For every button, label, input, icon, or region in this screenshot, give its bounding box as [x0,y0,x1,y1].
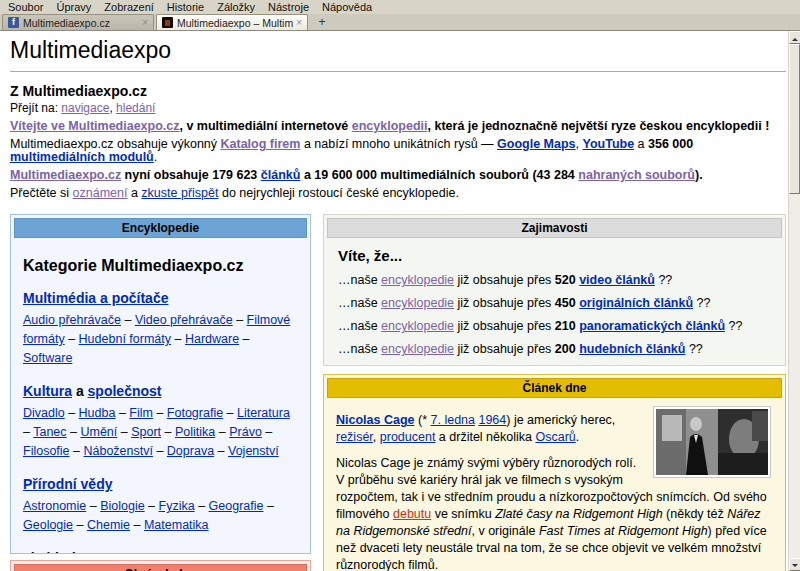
category-link[interactable]: Divadlo [23,406,65,420]
vertical-scrollbar[interactable] [788,31,800,571]
inline-link[interactable]: Multimédia a počítače [23,290,168,306]
menu-zobrazeni[interactable]: Zobrazení [99,1,162,13]
inline-link[interactable]: zkuste přispět [141,186,218,200]
more-facts-container: …další zajímavosti [338,365,771,366]
inline-link[interactable]: encyklopedie [381,319,454,333]
inline-link[interactable]: společnost [88,383,162,399]
category-link[interactable]: Film [129,406,153,420]
menu-soubor[interactable]: Soubor [3,1,51,13]
close-icon[interactable]: × [142,17,148,28]
inline-link[interactable]: originálních článků [579,296,693,310]
inline-link[interactable]: panoramatických článků [579,319,725,333]
inline-link[interactable]: multimediálních modulů [10,150,154,164]
inline-link[interactable]: režisér [336,430,373,444]
category-link[interactable]: Filosofie [23,444,70,458]
inline-link[interactable]: 7. ledna [431,413,475,427]
inline-link[interactable]: nahraných souborů [578,168,695,182]
jump-links: Přejít na: navigace, hledání [10,102,786,115]
inline-link[interactable]: encyklopedie [381,273,454,287]
category-link[interactable]: Fotografie [167,406,223,420]
inline-link[interactable]: YouTube [583,137,635,151]
scrollbar-thumb[interactable] [789,44,800,194]
tab-facebook[interactable]: f Multimediaexpo.cz × [2,14,154,30]
menu-nastroje[interactable]: Nástroje [263,1,317,13]
category-link[interactable]: Video přehrávače [135,313,233,327]
fact-original: …naše encyklopedie již obsahuje přes 450… [338,297,771,310]
inline-link[interactable]: Google Maps [497,137,575,151]
section-heading-jine-indexy: Jiné indexy [23,550,298,554]
more-facts-link[interactable]: …další zajímavosti [506,365,603,366]
scroll-down-arrow-icon[interactable] [789,558,800,571]
category-link[interactable]: Náboženství [83,444,152,458]
inline-link[interactable]: producent [380,430,436,444]
inline-link[interactable]: Multimediaexpo.cz [10,168,121,182]
category-link[interactable]: Fyzika [159,499,195,513]
category-link[interactable]: Geografie [209,499,264,513]
category-link[interactable]: Biologie [100,499,144,513]
category-link[interactable]: Právo [229,425,262,439]
article-of-day-body: Nicolas Cage (* 7. ledna 1964) je americ… [324,401,785,571]
nicolas-cage-photo-image [656,409,768,475]
new-tab-button[interactable]: + [312,15,332,30]
category-link[interactable]: Doprava [167,444,214,458]
tab-title: Multimediaexpo.cz [19,17,139,29]
inline-link[interactable]: Katalog firem [221,137,301,151]
inline-link[interactable]: 1964 [478,413,506,427]
menu-napoveda[interactable]: Nápověda [317,1,380,13]
category-link[interactable]: Audio přehrávače [23,313,121,327]
intro-line-stats: Multimediaexpo.cz nyní obsahuje 179 623 … [10,169,786,182]
zajimavosti-body: Víte, že... …naše encyklopedie již obsah… [324,247,785,366]
scroll-up-arrow-icon[interactable] [789,31,800,44]
inline-link[interactable]: oznámení [73,186,128,200]
left-column: Encyklopedie Kategorie Multimediaexpo.cz… [10,214,311,571]
menu-historie[interactable]: Historie [162,1,212,13]
inline-link[interactable]: debutu [393,507,431,521]
article-of-day-panel: Článek dne [323,374,786,571]
picture-of-day-header: Obrázek dne [14,564,307,571]
category-link[interactable]: Tanec [33,425,66,439]
intro: Vítejte ve Multimediaexpo.cz, v multimed… [10,120,786,200]
nicolas-cage-photo[interactable] [653,406,771,478]
tab-multimediaexpo[interactable]: Multimediaexpo – Multimediaexpo.cz × [156,14,308,30]
close-icon[interactable]: × [296,17,302,28]
inline-link[interactable]: Přírodní vědy [23,476,112,492]
inline-link[interactable]: hledání [116,101,155,115]
page-content: Multimediaexpo Z Multimediaexpo.cz Přejí… [0,31,788,571]
zajimavosti-panel: Zajimavosti Víte, že... …naše encykloped… [323,214,786,366]
encyclopedia-body: Kategorie Multimediaexpo.cz Multimédia a… [11,241,310,554]
inline-link[interactable]: navigace [61,101,109,115]
inline-link[interactable]: hudebních článků [579,342,685,356]
category-link[interactable]: Chemie [87,518,130,532]
menu-upravy[interactable]: Úpravy [51,1,99,13]
section-links-prirodni-vedy: Astronomie – Biologie – Fyzika – Geograf… [23,497,298,535]
inline-link[interactable]: článků [261,168,301,182]
intro-line-features: Multimediaexpo.cz obsahuje výkonný Katal… [10,138,786,164]
zajimavosti-panel-header: Zajimavosti [327,218,782,238]
category-link[interactable]: Hudba [79,406,116,420]
picture-of-day-panel: Obrázek dne [10,560,311,571]
inline-link[interactable]: encyklopedie [381,342,454,356]
page-title: Multimediaexpo [10,37,786,72]
inline-link[interactable]: Kultura [23,383,72,399]
category-link[interactable]: Geologie [23,518,73,532]
menu-bar: Soubor Úpravy Zobrazení Historie Záložky… [0,0,800,14]
category-link[interactable]: Sport [131,425,161,439]
inline-link[interactable]: Oscarů [535,430,575,444]
inline-link[interactable]: Vítejte ve Multimediaexpo.cz [10,119,180,133]
right-column: Zajimavosti Víte, že... …naše encykloped… [323,214,786,571]
category-link[interactable]: Politika [175,425,215,439]
category-link[interactable]: Literatura [237,406,290,420]
inline-link[interactable]: Nicolas Cage [336,413,415,427]
category-link[interactable]: Hardware [185,332,239,346]
inline-link[interactable]: encyklopedie [381,296,454,310]
category-link[interactable]: Hudební formáty [79,332,171,346]
category-link[interactable]: Vojenství [228,444,279,458]
category-link[interactable]: Umění [80,425,117,439]
category-link[interactable]: Astronomie [23,499,86,513]
menu-zalozky[interactable]: Záložky [212,1,263,13]
category-link[interactable]: Matematika [144,518,209,532]
intro-line-welcome: Vítejte ve Multimediaexpo.cz, v multimed… [10,120,786,133]
inline-link[interactable]: video článků [579,273,655,287]
category-link[interactable]: Software [23,351,72,365]
inline-link[interactable]: encyklopedii [352,119,428,133]
